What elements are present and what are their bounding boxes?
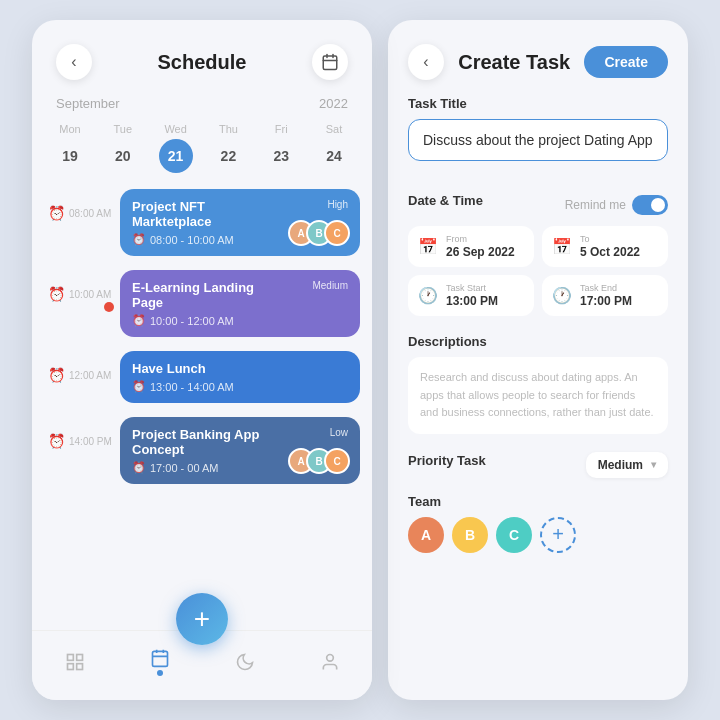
end-clock-icon: 🕐: [552, 286, 572, 305]
avatar-3: C: [324, 220, 350, 246]
nav-grid[interactable]: [65, 652, 85, 672]
to-value: 5 Oct 2022: [580, 245, 640, 259]
nav-active-dot: [157, 670, 163, 676]
svg-rect-5: [76, 654, 82, 660]
from-label: From: [446, 234, 515, 244]
time-label-8am: ⏰ 08:00 AM: [48, 185, 120, 221]
team-label: Team: [408, 494, 668, 509]
day-col-thu[interactable]: Thu 22: [206, 123, 250, 173]
time-label-12am: ⏰ 12:00 AM: [48, 347, 120, 383]
remind-toggle[interactable]: [632, 195, 668, 215]
day-num-23: 23: [264, 139, 298, 173]
task-title-input[interactable]: [408, 119, 668, 161]
event-name-lunch: Have Lunch: [132, 361, 206, 376]
description-text[interactable]: Research and discuss about dating apps. …: [408, 357, 668, 434]
time-slot-8am: ⏰ 08:00 AM Project NFT Marktetplace High…: [32, 185, 372, 266]
time-slot-12am: ⏰ 12:00 AM Have Lunch ⏰ 13:00 - 14:00 AM: [32, 347, 372, 413]
event-card-nft[interactable]: Project NFT Marktetplace High ⏰ 08:00 - …: [120, 189, 360, 256]
remind-label: Remind me: [565, 198, 626, 212]
day-col-sat[interactable]: Sat 24: [312, 123, 356, 173]
team-member-3: C: [496, 517, 532, 553]
day-num-19: 19: [53, 139, 87, 173]
event-card-elearning[interactable]: E-Learning Landing Page Medium ⏰ 10:00 -…: [120, 270, 360, 337]
day-label-fri: Fri: [275, 123, 288, 135]
priority-select[interactable]: Medium ▾: [586, 452, 668, 478]
to-label: To: [580, 234, 640, 244]
days-row: Mon 19 Tue 20 Wed 21 Thu 22 Fri 23 Sat 2…: [32, 115, 372, 185]
day-label-mon: Mon: [59, 123, 80, 135]
day-col-wed[interactable]: Wed 21: [154, 123, 198, 173]
from-value: 26 Sep 2022: [446, 245, 515, 259]
priority-label: Priority Task: [408, 453, 486, 468]
day-label-sat: Sat: [326, 123, 343, 135]
day-col-mon[interactable]: Mon 19: [48, 123, 92, 173]
task-end-value: 17:00 PM: [580, 294, 632, 308]
start-clock-icon: 🕐: [418, 286, 438, 305]
event-timerange-nft: 08:00 - 10:00 AM: [150, 234, 234, 246]
day-num-20: 20: [106, 139, 140, 173]
task-end-label: Task End: [580, 283, 632, 293]
task-start-box[interactable]: 🕐 Task Start 13:00 PM: [408, 275, 534, 316]
clock-icon-lunch: ⏰: [132, 380, 146, 393]
clock-icon-elearning: ⏰: [132, 314, 146, 327]
descriptions-label: Descriptions: [408, 334, 668, 349]
nav-profile[interactable]: [320, 652, 340, 672]
fab-add-button[interactable]: +: [176, 593, 228, 645]
task-start-value: 13:00 PM: [446, 294, 498, 308]
svg-point-12: [326, 654, 333, 661]
svg-rect-7: [76, 663, 82, 669]
nav-calendar[interactable]: [150, 648, 170, 676]
month-label: September: [56, 96, 120, 111]
clock-icon-nft: ⏰: [132, 233, 146, 246]
calendar-icon-button[interactable]: [312, 44, 348, 80]
svg-rect-8: [152, 651, 167, 666]
chevron-down-icon: ▾: [651, 459, 656, 470]
add-team-member-button[interactable]: +: [540, 517, 576, 553]
day-label-thu: Thu: [219, 123, 238, 135]
task-end-box[interactable]: 🕐 Task End 17:00 PM: [542, 275, 668, 316]
task-start-label: Task Start: [446, 283, 498, 293]
svg-rect-0: [323, 56, 337, 70]
team-member-1: A: [408, 517, 444, 553]
create-task-body: Task Title Date & Time Remind me 📅 From …: [388, 96, 688, 700]
time-slot-14pm: ⏰ 14:00 PM Project Banking App Concept L…: [32, 413, 372, 494]
day-col-fri[interactable]: Fri 23: [259, 123, 303, 173]
event-name-nft: Project NFT Marktetplace: [132, 199, 282, 229]
day-label-tue: Tue: [114, 123, 133, 135]
from-date-box[interactable]: 📅 From 26 Sep 2022: [408, 226, 534, 267]
task-title-label: Task Title: [408, 96, 668, 111]
time-label-14pm: ⏰ 14:00 PM: [48, 413, 120, 449]
event-timerange-elearning: 10:00 - 12:00 AM: [150, 315, 234, 327]
create-task-back-button[interactable]: ‹: [408, 44, 444, 80]
clock-icon-banking: ⏰: [132, 461, 146, 474]
schedule-panel: ‹ Schedule September 2022 Mon 19 Tue 20 …: [32, 20, 372, 700]
create-button[interactable]: Create: [584, 46, 668, 78]
nav-moon[interactable]: [235, 652, 255, 672]
priority-row: Priority Task Medium ▾: [408, 452, 668, 478]
day-label-wed: Wed: [164, 123, 186, 135]
back-button[interactable]: ‹: [56, 44, 92, 80]
date-grid: 📅 From 26 Sep 2022 📅 To 5 Oct 2022 🕐: [408, 226, 668, 316]
day-col-tue[interactable]: Tue 20: [101, 123, 145, 173]
svg-rect-6: [67, 663, 73, 669]
priority-value: Medium: [598, 458, 643, 472]
event-name-banking: Project Banking App Concept: [132, 427, 282, 457]
time-slot-10am: ⏰ 10:00 AM E-Learning Landing Page Mediu…: [32, 266, 372, 347]
event-card-lunch[interactable]: Have Lunch ⏰ 13:00 - 14:00 AM: [120, 351, 360, 403]
event-name-elearning: E-Learning Landing Page: [132, 280, 282, 310]
event-timerange-lunch: 13:00 - 14:00 AM: [150, 381, 234, 393]
svg-rect-4: [67, 654, 73, 660]
event-card-banking[interactable]: Project Banking App Concept Low ⏰ 17:00 …: [120, 417, 360, 484]
create-task-header: ‹ Create Task Create: [388, 20, 688, 96]
datetime-section-label: Date & Time: [408, 193, 483, 208]
from-calendar-icon: 📅: [418, 237, 438, 256]
event-area-4: Project Banking App Concept Low ⏰ 17:00 …: [120, 413, 360, 494]
to-date-box[interactable]: 📅 To 5 Oct 2022: [542, 226, 668, 267]
event-priority-elearning: Medium: [312, 280, 348, 291]
red-dot: [104, 302, 114, 312]
day-num-22: 22: [211, 139, 245, 173]
event-area-3: Have Lunch ⏰ 13:00 - 14:00 AM: [120, 347, 360, 413]
to-calendar-icon: 📅: [552, 237, 572, 256]
create-task-panel: ‹ Create Task Create Task Title Date & T…: [388, 20, 688, 700]
event-area-1: Project NFT Marktetplace High ⏰ 08:00 - …: [120, 185, 360, 266]
